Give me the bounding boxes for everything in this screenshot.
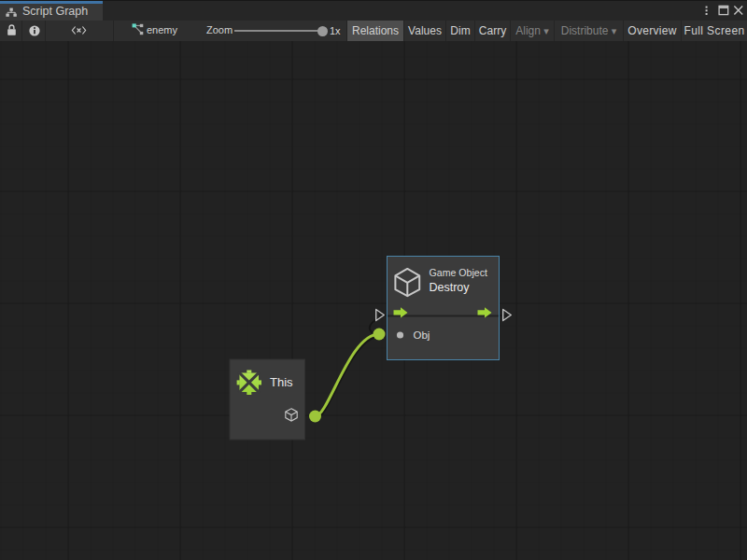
svg-text:Obj: Obj	[414, 329, 430, 341]
svg-text:Game Object: Game Object	[430, 267, 487, 278]
svg-text:Destroy: Destroy	[430, 281, 471, 294]
svg-text:This: This	[270, 375, 293, 389]
